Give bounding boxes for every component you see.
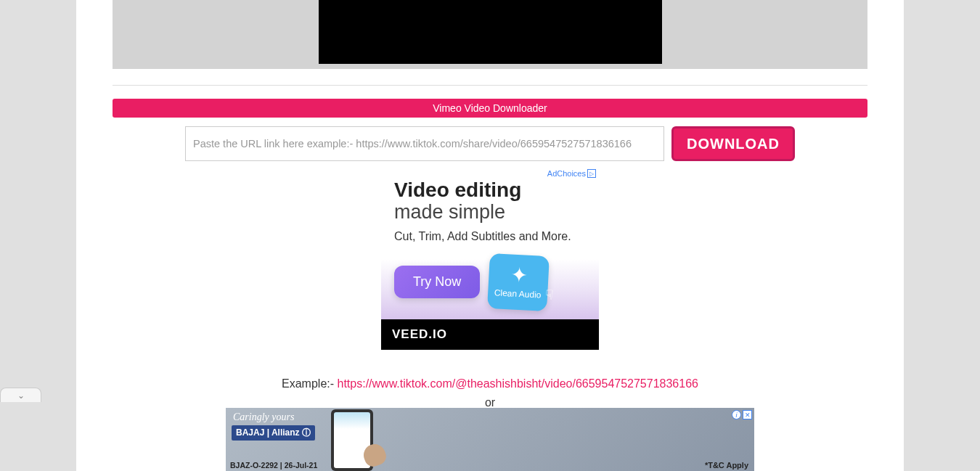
ad-title: Video editing bbox=[394, 179, 586, 200]
bajaj-brand: BAJAJ | Allianz ⓘ bbox=[232, 425, 315, 441]
ad-main-container[interactable]: AdChoices ▷ Video editing made simple Cu… bbox=[381, 168, 599, 350]
ad-buttons: Try Now ✦ Clean Audio ☟ bbox=[394, 255, 586, 310]
ad-subtitle: made simple bbox=[394, 202, 586, 222]
url-input[interactable] bbox=[185, 126, 664, 161]
ad-bottom-section: VEED.IO bbox=[381, 319, 599, 350]
example-link[interactable]: https://www.tiktok.com/@theashishbisht/v… bbox=[338, 377, 698, 390]
close-icon[interactable]: ✕ bbox=[743, 410, 752, 419]
ad-top-section: Video editing made simple Cut, Trim, Add… bbox=[381, 168, 599, 319]
divider bbox=[113, 85, 867, 86]
video-player[interactable] bbox=[319, 0, 662, 64]
example-prefix: Example:- bbox=[282, 377, 337, 390]
page-title: Vimeo Video Downloader bbox=[433, 102, 547, 114]
bjaz-code: BJAZ-O-2292 | 26-Jul-21 bbox=[230, 461, 317, 470]
adchoices-label[interactable]: AdChoices ▷ bbox=[544, 168, 599, 179]
bottom-ad-controls: i ✕ bbox=[732, 410, 752, 419]
download-form: DOWNLOAD bbox=[113, 126, 867, 161]
adchoices-icon: ▷ bbox=[587, 169, 596, 178]
try-now-button[interactable]: Try Now bbox=[394, 266, 480, 298]
info-icon[interactable]: i bbox=[732, 410, 741, 419]
clean-audio-button[interactable]: ✦ Clean Audio ☟ bbox=[487, 253, 550, 311]
page-title-bar: Vimeo Video Downloader bbox=[113, 99, 867, 118]
ad-description: Cut, Trim, Add Subtitles and More. bbox=[394, 230, 586, 243]
video-area-background bbox=[113, 0, 867, 69]
example-section: Example:- https://www.tiktok.com/@theash… bbox=[113, 377, 867, 390]
tc-apply: *T&C Apply bbox=[705, 461, 748, 470]
bottom-ad-banner[interactable]: i ✕ Caringly yours BAJAJ | Allianz ⓘ BJA… bbox=[226, 408, 754, 471]
sparkle-icon: ✦ bbox=[510, 265, 528, 286]
page-container: Vimeo Video Downloader DOWNLOAD AdChoice… bbox=[76, 0, 904, 471]
pointer-icon: ☟ bbox=[545, 287, 554, 303]
caringly-text: Caringly yours bbox=[233, 411, 294, 423]
chevron-tab[interactable]: ⌄ bbox=[0, 388, 41, 402]
veed-logo: VEED.IO bbox=[392, 327, 447, 342]
chevron-down-icon: ⌄ bbox=[17, 390, 25, 401]
download-button[interactable]: DOWNLOAD bbox=[671, 126, 795, 161]
